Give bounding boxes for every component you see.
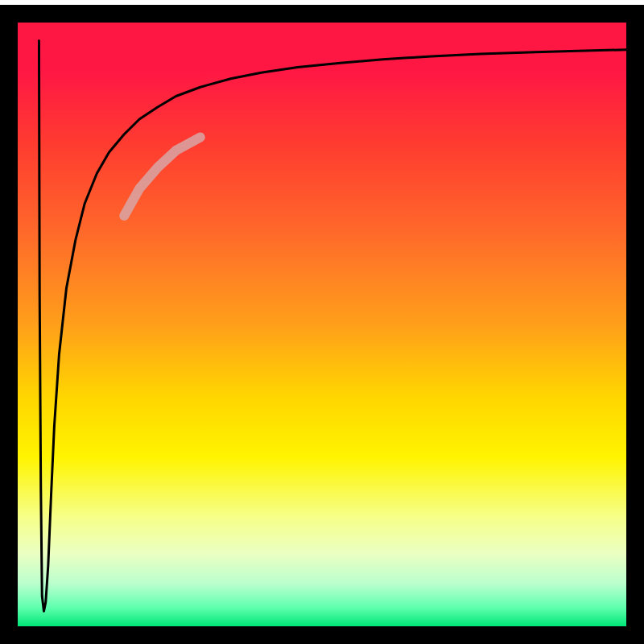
chart-canvas: TheBottleneck.com	[0, 0, 644, 644]
plot-background	[18, 23, 626, 626]
chart-svg	[0, 0, 644, 644]
